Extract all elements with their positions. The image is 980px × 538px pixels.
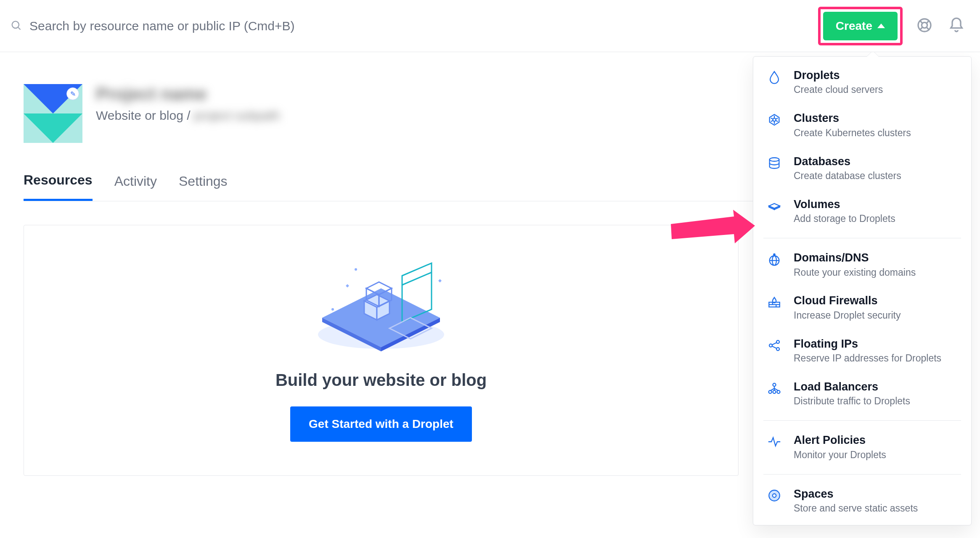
svg-line-27 xyxy=(771,118,773,119)
svg-line-29 xyxy=(771,121,773,122)
menu-separator xyxy=(763,238,961,238)
search-input[interactable] xyxy=(29,18,407,34)
svg-point-38 xyxy=(773,254,775,255)
help-button[interactable] xyxy=(914,15,935,37)
pulse-icon xyxy=(766,433,783,450)
menu-item-title: Droplets xyxy=(794,69,883,82)
empty-state-card: Build your website or blog Get Started w… xyxy=(24,225,739,476)
tab-resources[interactable]: Resources xyxy=(24,172,93,201)
svg-line-6 xyxy=(919,27,922,30)
svg-point-53 xyxy=(773,493,776,497)
project-titles: Project name Website or blog / project s… xyxy=(96,84,280,123)
svg-line-30 xyxy=(776,118,778,119)
droplet-icon xyxy=(766,69,783,85)
volume-icon xyxy=(766,198,783,214)
svg-point-50 xyxy=(773,390,776,393)
isometric-illustration xyxy=(293,246,469,356)
database-icon xyxy=(766,155,783,171)
svg-line-7 xyxy=(927,27,930,30)
chevron-up-icon xyxy=(877,24,885,28)
create-menu-item-droplets[interactable]: DropletsCreate cloud servers xyxy=(753,61,971,104)
svg-point-51 xyxy=(777,390,780,393)
create-menu-item-alert-policies[interactable]: Alert PoliciesMonitor your Droplets xyxy=(753,426,971,469)
kubernetes-icon xyxy=(766,111,783,128)
menu-separator xyxy=(763,420,961,421)
menu-item-title: Volumes xyxy=(794,198,895,211)
search-icon xyxy=(10,19,22,33)
menu-item-title: Cloud Firewalls xyxy=(794,294,901,307)
menu-item-subtitle: Create Kubernetes clusters xyxy=(794,127,911,140)
create-menu-item-load-balancers[interactable]: Load BalancersDistribute traffic to Drop… xyxy=(753,372,971,415)
svg-line-1 xyxy=(18,27,20,29)
svg-point-31 xyxy=(770,158,779,161)
edit-project-icon[interactable]: ✎ xyxy=(66,87,79,100)
menu-item-subtitle: Create cloud servers xyxy=(794,84,883,96)
svg-line-5 xyxy=(927,20,930,23)
menu-item-title: Clusters xyxy=(794,111,911,125)
project-subtitle-prefix: Website or blog / xyxy=(96,108,191,123)
svg-point-0 xyxy=(12,21,19,28)
menu-item-subtitle: Add storage to Droplets xyxy=(794,213,895,225)
create-menu-item-volumes[interactable]: VolumesAdd storage to Droplets xyxy=(753,190,971,233)
menu-item-title: Databases xyxy=(794,155,901,168)
avatar-shape-bottom xyxy=(24,113,82,143)
life-ring-icon xyxy=(916,29,933,35)
svg-point-3 xyxy=(922,22,927,28)
svg-line-28 xyxy=(776,121,778,122)
menu-item-subtitle: Store and serve static assets xyxy=(794,502,918,515)
menu-item-title: Domains/DNS xyxy=(794,251,916,264)
page-body: ✎ Project name Website or blog / project… xyxy=(0,52,980,476)
topbar-actions: Create xyxy=(818,7,967,45)
menu-separator xyxy=(763,474,961,475)
menu-item-subtitle: Route your existing domains xyxy=(794,266,916,279)
project-avatar[interactable]: ✎ xyxy=(24,84,82,143)
firewall-icon xyxy=(766,294,783,311)
tab-settings[interactable]: Settings xyxy=(179,172,228,201)
menu-item-subtitle: Distribute traffic to Droplets xyxy=(794,395,910,408)
menu-item-subtitle: Monitor your Droplets xyxy=(794,449,886,462)
menu-item-title: Floating IPs xyxy=(794,337,941,351)
get-started-button[interactable]: Get Started with a Droplet xyxy=(290,406,472,442)
create-menu-item-domains[interactable]: Domains/DNSRoute your existing domains xyxy=(753,243,971,286)
project-name: Project name xyxy=(96,84,280,104)
create-menu: DropletsCreate cloud servers ClustersCre… xyxy=(753,56,972,525)
menu-item-title: Spaces xyxy=(794,487,918,501)
empty-state-heading: Build your website or blog xyxy=(275,371,487,390)
create-button[interactable]: Create xyxy=(823,12,898,40)
tab-activity[interactable]: Activity xyxy=(114,172,157,201)
svg-line-47 xyxy=(772,346,776,348)
create-menu-item-spaces[interactable]: SpacesStore and serve static assets xyxy=(753,480,971,522)
load-balancer-icon xyxy=(766,380,783,397)
floating-ip-icon xyxy=(766,337,783,354)
create-menu-item-firewalls[interactable]: Cloud FirewallsIncrease Droplet security xyxy=(753,286,971,329)
svg-point-48 xyxy=(773,383,776,386)
svg-point-22 xyxy=(331,308,334,311)
bell-icon xyxy=(948,29,965,35)
spaces-icon xyxy=(766,487,783,504)
svg-marker-33 xyxy=(769,206,774,210)
menu-item-title: Load Balancers xyxy=(794,380,910,393)
svg-point-21 xyxy=(355,268,357,271)
svg-point-49 xyxy=(769,390,772,393)
svg-line-46 xyxy=(772,343,776,345)
annotation-highlight-box: Create xyxy=(818,7,903,45)
create-menu-item-floating-ips[interactable]: Floating IPsReserve IP addresses for Dro… xyxy=(753,330,971,372)
create-menu-item-databases[interactable]: DatabasesCreate database clusters xyxy=(753,147,971,190)
menu-item-subtitle: Increase Droplet security xyxy=(794,309,901,322)
svg-line-4 xyxy=(919,20,922,23)
project-subtitle: Website or blog / project subpath xyxy=(96,108,280,123)
menu-item-subtitle: Create database clusters xyxy=(794,170,901,182)
menu-item-title: Alert Policies xyxy=(794,433,886,447)
search-wrap xyxy=(10,18,818,34)
globe-icon xyxy=(766,251,783,268)
create-menu-item-clusters[interactable]: ClustersCreate Kubernetes clusters xyxy=(753,104,971,147)
svg-marker-34 xyxy=(774,206,780,210)
topbar: Create xyxy=(0,0,980,52)
notifications-button[interactable] xyxy=(946,15,967,37)
menu-item-subtitle: Reserve IP addresses for Droplets xyxy=(794,352,941,365)
create-button-label: Create xyxy=(836,19,872,33)
project-subtitle-blurred: project subpath xyxy=(194,108,280,123)
